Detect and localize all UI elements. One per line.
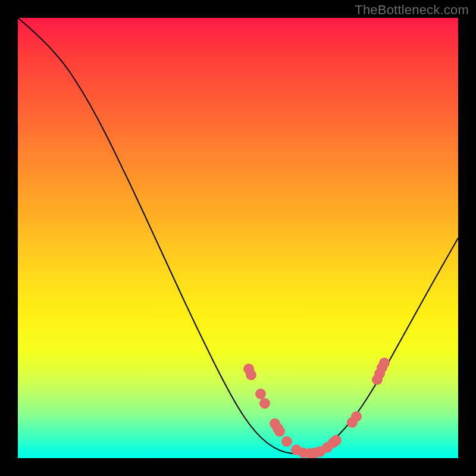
data-dot — [379, 358, 390, 368]
data-dot — [331, 435, 342, 446]
watermark-text: TheBottleneck.com — [355, 2, 469, 18]
chart-svg — [18, 18, 458, 458]
data-dot — [351, 411, 362, 422]
data-dot — [281, 436, 292, 447]
data-dot — [259, 398, 270, 409]
chart-frame: TheBottleneck.com — [0, 0, 476, 476]
data-dot — [246, 369, 256, 380]
data-dots — [243, 358, 390, 458]
data-dot — [274, 426, 285, 437]
bottleneck-curve — [18, 18, 458, 453]
chart-plot-area — [18, 18, 458, 458]
data-dot — [255, 389, 266, 399]
